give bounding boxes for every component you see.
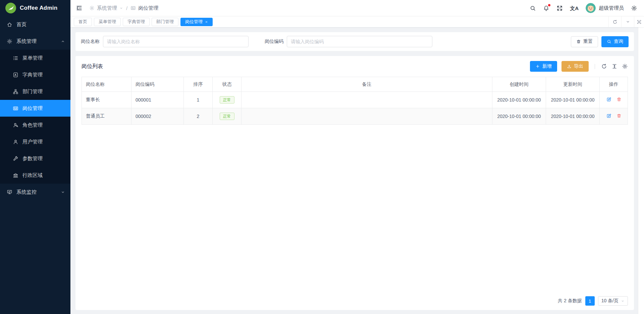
id-badge-icon	[13, 106, 18, 111]
translate-icon[interactable]: 文A	[570, 6, 579, 11]
tab-post-mgmt[interactable]: 岗位管理	[180, 18, 213, 26]
page-number-button[interactable]: 1	[585, 296, 595, 306]
breadcrumb-group[interactable]: 系统管理	[97, 5, 117, 11]
row-height-icon[interactable]	[611, 63, 618, 69]
post-name-label: 岗位名称	[81, 39, 100, 45]
post-table: 岗位名称 岗位编码 排序 状态 备注 创建时间 更新时间 操作	[82, 77, 628, 125]
avatar	[586, 3, 596, 13]
monitor-chart-icon	[7, 189, 12, 195]
trash-icon	[576, 39, 581, 44]
breadcrumb-separator: /	[126, 5, 127, 11]
refresh-icon[interactable]	[601, 63, 607, 69]
dictionary-icon	[13, 72, 18, 78]
cell-post-name: 董事长	[82, 92, 131, 108]
id-badge-icon	[130, 5, 136, 11]
filter-code-group: 岗位编码	[265, 36, 432, 47]
col-actions: 操作	[600, 77, 628, 92]
sidebar-menu: 首页 系统管理 菜单管理	[0, 16, 70, 314]
settings-gear-icon[interactable]	[631, 5, 637, 11]
cell-sort: 1	[184, 92, 213, 108]
cell-actions	[600, 108, 628, 125]
tab-dept-mgmt[interactable]: 部门管理	[152, 18, 178, 26]
sidebar-item-label: 参数管理	[22, 155, 43, 162]
chevron-down-icon	[119, 6, 123, 10]
sidebar-item-dict-mgmt[interactable]: 字典管理	[0, 66, 70, 83]
post-code-label: 岗位编码	[265, 39, 283, 45]
card-title: 岗位列表	[82, 63, 103, 70]
gear-icon	[89, 5, 95, 11]
status-badge: 正常	[220, 96, 234, 104]
sidebar-item-param-mgmt[interactable]: 参数管理	[0, 150, 70, 167]
main-area: 系统管理 / 岗位管理	[70, 0, 644, 314]
tab-label: 首页	[78, 19, 87, 25]
reset-label: 重置	[583, 39, 593, 45]
sidebar-item-dept-mgmt[interactable]: 部门管理	[0, 83, 70, 100]
scrollbar-gutter[interactable]	[638, 27, 644, 314]
page-tabs-bar: 首页 菜单管理 字典管理 部门管理 岗位管理	[70, 16, 644, 27]
col-create-time: 创建时间	[492, 77, 546, 92]
sidebar-group-system[interactable]: 系统管理	[0, 33, 70, 50]
tab-home[interactable]: 首页	[74, 18, 92, 26]
edit-icon[interactable]	[606, 113, 611, 119]
bank-icon	[13, 173, 18, 178]
notification-dot	[548, 4, 550, 6]
delete-trash-icon[interactable]	[616, 97, 622, 102]
col-post-name: 岗位名称	[82, 77, 131, 92]
app-title: Coffee Admin	[20, 5, 57, 11]
sidebar-item-user-mgmt[interactable]: 用户管理	[0, 133, 70, 150]
bell-icon[interactable]	[543, 5, 549, 11]
total-count-text: 共 2 条数据	[558, 298, 582, 304]
export-button[interactable]: 导出	[561, 61, 589, 72]
content-maximize-icon[interactable]	[634, 16, 644, 27]
cell-actions	[600, 92, 628, 108]
search-icon[interactable]	[530, 5, 536, 11]
filter-name-group: 岗位名称	[81, 36, 249, 47]
cell-create-time: 2020-10-01 00:00:00	[492, 108, 546, 125]
plus-icon	[535, 64, 540, 69]
cell-status: 正常	[213, 108, 241, 125]
column-settings-gear-icon[interactable]	[622, 63, 628, 69]
export-label: 导出	[574, 63, 583, 69]
sidebar-group-monitor[interactable]: 系统监控	[0, 184, 70, 200]
add-button[interactable]: 新增	[530, 61, 557, 72]
add-label: 新增	[542, 63, 552, 69]
cell-update-time: 2020-10-01 00:00:00	[546, 108, 600, 125]
sidebar-item-label: 系统监控	[16, 189, 37, 195]
tabs-refresh-icon[interactable]	[608, 16, 621, 27]
sidebar-item-home[interactable]: 首页	[0, 16, 70, 33]
user-menu[interactable]: 超级管理员	[586, 3, 624, 13]
list-icon	[13, 55, 18, 61]
page-size-select[interactable]: 10 条/页	[598, 296, 628, 306]
menu-fold-icon[interactable]	[76, 5, 83, 11]
tab-label: 部门管理	[156, 19, 174, 25]
search-label: 查询	[614, 39, 623, 45]
tab-label: 字典管理	[127, 19, 145, 25]
app-logo: Coffee Admin	[0, 0, 70, 16]
breadcrumb: 系统管理 / 岗位管理	[89, 5, 158, 11]
user-icon	[13, 139, 18, 145]
sidebar-item-label: 角色管理	[22, 122, 43, 128]
tabs-dropdown-icon[interactable]	[621, 16, 634, 27]
post-code-input[interactable]	[287, 36, 432, 47]
sidebar-item-label: 菜单管理	[22, 55, 43, 61]
page-size-value: 10 条/页	[601, 298, 619, 304]
sidebar-item-role-mgmt[interactable]: 角色管理	[0, 117, 70, 133]
delete-trash-icon[interactable]	[616, 113, 622, 118]
post-name-input[interactable]	[103, 36, 249, 47]
tab-menu-mgmt[interactable]: 菜单管理	[94, 18, 121, 26]
cell-update-time: 2020-10-01 00:00:00	[546, 92, 600, 108]
search-button[interactable]: 查询	[601, 36, 629, 47]
sidebar-item-label: 部门管理	[22, 88, 43, 95]
col-update-time: 更新时间	[546, 77, 600, 92]
reset-button[interactable]: 重置	[571, 36, 598, 47]
edit-icon[interactable]	[606, 97, 611, 102]
sidebar-item-post-mgmt[interactable]: 岗位管理	[0, 100, 70, 117]
tab-dict-mgmt[interactable]: 字典管理	[123, 18, 150, 26]
col-sort: 排序	[184, 77, 213, 92]
tab-close-icon[interactable]	[205, 20, 208, 23]
fullscreen-icon[interactable]	[556, 5, 563, 11]
sidebar-item-label: 行政区域	[22, 172, 43, 179]
sidebar-item-menu-mgmt[interactable]: 菜单管理	[0, 50, 70, 66]
tab-label: 菜单管理	[99, 19, 116, 25]
sidebar-item-region[interactable]: 行政区域	[0, 167, 70, 184]
